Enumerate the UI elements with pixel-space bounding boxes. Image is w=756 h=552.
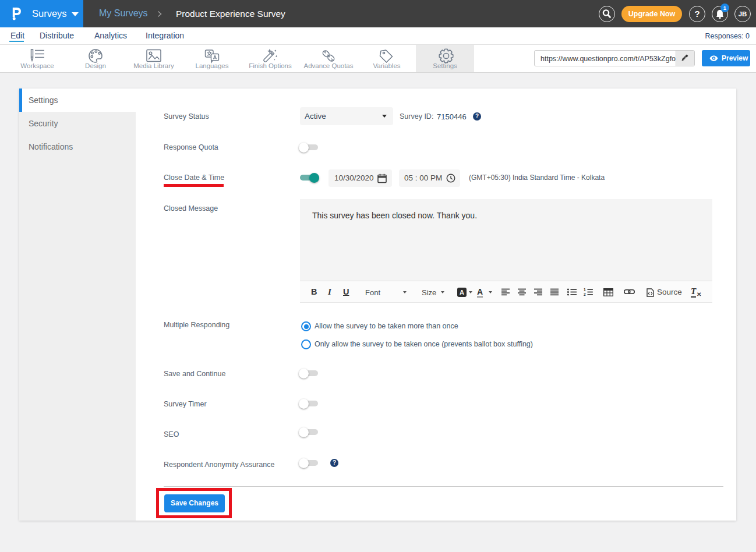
svg-text:2: 2 (584, 292, 586, 296)
svg-text:1: 1 (584, 288, 586, 292)
